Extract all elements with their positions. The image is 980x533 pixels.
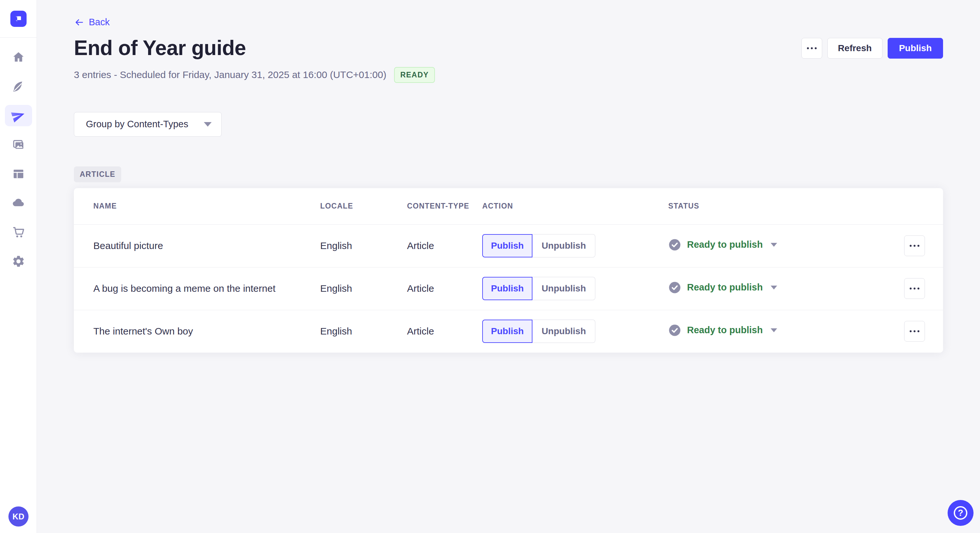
column-header-status: STATUS (668, 202, 904, 211)
group-label: ARTICLE (74, 167, 121, 182)
user-avatar[interactable]: KD (8, 506, 29, 527)
row-more-button[interactable] (904, 321, 925, 342)
layout-icon (12, 167, 25, 181)
chevron-down-icon (771, 286, 777, 289)
header-actions: Refresh Publish (802, 38, 943, 59)
release-summary: 3 entries - Scheduled for Friday, Januar… (74, 69, 386, 80)
ellipsis-icon (910, 330, 920, 332)
page-title: End of Year guide (74, 36, 802, 60)
entry-status-dropdown[interactable]: Ready to publish (668, 281, 777, 294)
entry-status-text: Ready to publish (687, 239, 763, 250)
entry-action-toggle: Publish Unpublish (482, 277, 595, 300)
sidebar-item-media-library[interactable] (5, 134, 32, 155)
group-by-label: Group by Content-Types (86, 119, 188, 130)
entry-locale: English (320, 283, 407, 294)
gear-icon (12, 254, 25, 268)
ellipsis-icon (807, 47, 817, 49)
sidebar-item-marketplace[interactable] (5, 222, 32, 243)
column-header-action: ACTION (482, 202, 668, 211)
main-content: Back End of Year guide 3 entries - Sched… (37, 0, 980, 533)
table-row: A bug is becoming a meme on the internet… (74, 267, 943, 310)
entry-name: Beautiful picture (93, 240, 320, 251)
entry-name: A bug is becoming a meme on the internet (93, 283, 320, 294)
entry-status-dropdown[interactable]: Ready to publish (668, 324, 777, 337)
entry-content-type: Article (407, 326, 482, 337)
sidebar-item-deploy[interactable] (5, 192, 32, 214)
chevron-down-icon (204, 122, 212, 127)
avatar-initials: KD (12, 512, 24, 521)
sidebar: KD (0, 0, 37, 533)
workspace-logo-box (0, 0, 37, 38)
entry-content-type: Article (407, 283, 482, 294)
entry-status-dropdown[interactable]: Ready to publish (668, 238, 777, 251)
cloud-icon (12, 196, 25, 210)
entry-content-type: Article (407, 240, 482, 251)
column-header-content-type: CONTENT-TYPE (407, 202, 482, 211)
arrow-left-icon (74, 17, 84, 27)
table-row: Beautiful picture English Article Publis… (74, 224, 943, 267)
question-mark-icon: ? (954, 506, 967, 520)
sidebar-item-releases[interactable] (5, 105, 32, 126)
cart-icon (12, 225, 25, 239)
entry-action-toggle: Publish Unpublish (482, 320, 595, 343)
strapi-logo-icon[interactable] (10, 11, 27, 27)
unpublish-toggle-button[interactable]: Unpublish (533, 320, 595, 343)
refresh-button[interactable]: Refresh (827, 38, 883, 59)
unpublish-toggle-button[interactable]: Unpublish (533, 234, 595, 257)
table-body: Beautiful picture English Article Publis… (74, 224, 943, 353)
back-link[interactable]: Back (74, 17, 110, 27)
row-more-button[interactable] (904, 235, 925, 256)
entry-name: The internet's Own boy (93, 326, 320, 337)
sidebar-item-content-type-builder[interactable] (5, 163, 32, 185)
publish-toggle-button[interactable]: Publish (482, 277, 533, 300)
entry-locale: English (320, 240, 407, 251)
entries-table-card: NAME LOCALE CONTENT-TYPE ACTION STATUS B… (74, 188, 943, 353)
check-circle-icon (668, 281, 681, 294)
check-circle-icon (668, 324, 681, 337)
ellipsis-icon (910, 287, 920, 289)
entry-status-text: Ready to publish (687, 325, 763, 335)
table-row: The internet's Own boy English Article P… (74, 310, 943, 353)
more-actions-button[interactable] (802, 38, 822, 59)
sidebar-item-home[interactable] (5, 47, 32, 68)
paper-plane-icon (11, 108, 26, 123)
entry-action-toggle: Publish Unpublish (482, 234, 595, 257)
publish-release-button[interactable]: Publish (888, 38, 943, 59)
sidebar-nav (0, 38, 37, 280)
back-label: Back (89, 17, 110, 27)
release-status-badge: READY (394, 67, 435, 83)
entry-status-text: Ready to publish (687, 282, 763, 293)
check-circle-icon (668, 238, 681, 251)
feather-icon (12, 80, 25, 93)
ellipsis-icon (910, 245, 920, 247)
publish-toggle-button[interactable]: Publish (482, 234, 533, 257)
sidebar-item-settings[interactable] (5, 251, 32, 272)
chevron-down-icon (771, 243, 777, 247)
help-button[interactable]: ? (948, 500, 974, 526)
group-by-select[interactable]: Group by Content-Types (74, 112, 222, 136)
chevron-down-icon (771, 328, 777, 332)
table-header-row: NAME LOCALE CONTENT-TYPE ACTION STATUS (74, 188, 943, 224)
home-icon (12, 51, 25, 64)
unpublish-toggle-button[interactable]: Unpublish (533, 277, 595, 300)
column-header-name: NAME (93, 202, 320, 211)
column-header-locale: LOCALE (320, 202, 407, 211)
row-more-button[interactable] (904, 278, 925, 299)
entry-locale: English (320, 326, 407, 337)
images-icon (12, 138, 25, 152)
publish-toggle-button[interactable]: Publish (482, 320, 533, 343)
sidebar-item-content-manager[interactable] (5, 76, 32, 97)
